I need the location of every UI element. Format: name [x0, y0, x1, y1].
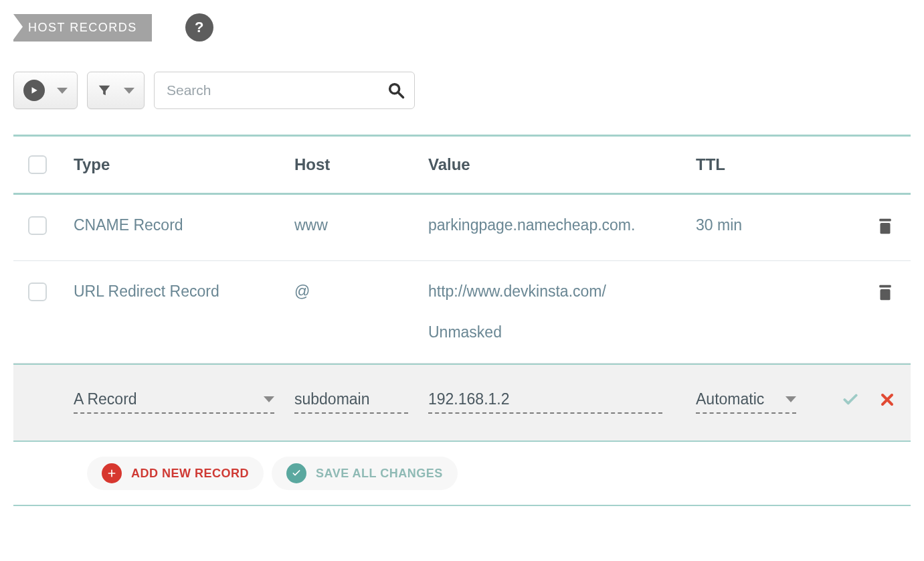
trash-icon — [875, 283, 895, 303]
play-icon — [23, 80, 45, 101]
chevron-down-icon — [57, 88, 68, 94]
table-footer: ADD NEW RECORD SAVE ALL CHANGES — [13, 442, 911, 506]
svg-rect-2 — [879, 219, 891, 222]
table-row: URL Redirect Record @ http://www.devkins… — [13, 261, 911, 364]
actions-dropdown[interactable] — [13, 72, 78, 109]
type-select-value: A Record — [74, 390, 137, 408]
save-button-label: SAVE ALL CHANGES — [316, 467, 443, 481]
cell-type[interactable]: URL Redirect Record — [74, 283, 294, 301]
search-icon[interactable] — [387, 81, 405, 100]
chevron-down-icon — [264, 396, 274, 402]
chevron-down-icon — [124, 88, 134, 94]
delete-row-button[interactable] — [875, 216, 895, 239]
toolbar — [13, 72, 911, 109]
host-records-tab[interactable]: HOST RECORDS — [13, 14, 152, 42]
svg-rect-5 — [881, 289, 891, 300]
chevron-down-icon — [786, 396, 796, 402]
plus-icon — [102, 463, 122, 483]
filter-icon — [97, 83, 112, 98]
cell-value[interactable]: http://www.devkinsta.com/ — [428, 283, 696, 301]
svg-rect-3 — [881, 223, 891, 234]
cell-ttl[interactable]: 30 min — [696, 216, 816, 234]
add-button-label: ADD NEW RECORD — [131, 467, 249, 481]
cancel-button[interactable] — [879, 392, 895, 410]
check-circle-icon — [286, 463, 306, 483]
help-button[interactable]: ? — [185, 13, 213, 42]
question-icon: ? — [195, 19, 203, 36]
records-table: Type Host Value TTL CNAME Record www par… — [13, 135, 911, 506]
col-type: Type — [74, 155, 294, 174]
select-all-checkbox[interactable] — [28, 155, 47, 174]
filter-dropdown[interactable] — [87, 72, 145, 109]
col-host: Host — [294, 155, 428, 174]
type-select[interactable]: A Record — [74, 388, 274, 414]
tab-label-text: HOST RECORDS — [28, 21, 137, 34]
trash-icon — [875, 216, 895, 236]
svg-rect-4 — [879, 285, 891, 288]
check-icon — [842, 391, 859, 408]
add-new-record-button[interactable]: ADD NEW RECORD — [87, 457, 264, 490]
col-value: Value — [428, 155, 696, 174]
cell-value[interactable]: parkingpage.namecheap.com. — [428, 216, 696, 234]
row-checkbox[interactable] — [28, 283, 47, 301]
cell-host[interactable]: @ — [294, 283, 428, 301]
ttl-select[interactable]: Automatic — [696, 388, 796, 414]
ttl-select-value: Automatic — [696, 390, 764, 408]
host-input[interactable] — [294, 388, 408, 414]
cell-value-sub[interactable]: Unmasked — [428, 323, 696, 341]
confirm-button[interactable] — [842, 391, 859, 411]
table-row: CNAME Record www parkingpage.namecheap.c… — [13, 195, 911, 261]
col-ttl: TTL — [696, 155, 816, 174]
cell-type[interactable]: CNAME Record — [74, 216, 294, 234]
value-input[interactable] — [428, 388, 662, 414]
close-icon — [879, 392, 895, 408]
search-box — [154, 72, 415, 109]
cell-host[interactable]: www — [294, 216, 428, 234]
table-header: Type Host Value TTL — [13, 137, 911, 195]
search-input[interactable] — [154, 72, 415, 109]
save-all-changes-button[interactable]: SAVE ALL CHANGES — [272, 457, 458, 490]
row-checkbox[interactable] — [28, 216, 47, 235]
delete-row-button[interactable] — [875, 283, 895, 305]
section-header: HOST RECORDS ? — [13, 13, 911, 42]
edit-row: A Record Automatic — [13, 364, 911, 442]
svg-line-1 — [399, 93, 403, 98]
